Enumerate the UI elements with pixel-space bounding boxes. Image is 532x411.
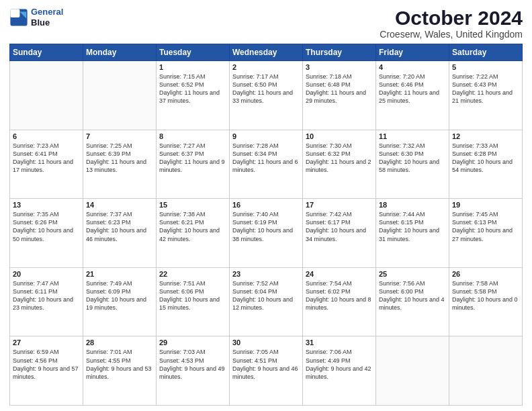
cell-daylight-info: Sunrise: 7:52 AM Sunset: 6:04 PM Dayligh… — [232, 279, 300, 312]
day-number: 12 — [452, 132, 519, 140]
cell-daylight-info: Sunrise: 7:05 AM Sunset: 4:51 PM Dayligh… — [232, 348, 300, 381]
day-number: 1 — [159, 63, 226, 71]
calendar-cell: 29Sunrise: 7:03 AM Sunset: 4:53 PM Dayli… — [157, 336, 230, 406]
cell-daylight-info: Sunrise: 7:37 AM Sunset: 6:23 PM Dayligh… — [86, 210, 153, 243]
week-row-4: 20Sunrise: 7:47 AM Sunset: 6:11 PM Dayli… — [10, 267, 523, 336]
calendar-cell: 12Sunrise: 7:33 AM Sunset: 6:28 PM Dayli… — [449, 130, 523, 199]
cell-daylight-info: Sunrise: 7:20 AM Sunset: 6:46 PM Dayligh… — [379, 73, 446, 105]
cell-daylight-info: Sunrise: 7:23 AM Sunset: 6:41 PM Dayligh… — [13, 142, 80, 175]
cell-daylight-info: Sunrise: 7:30 AM Sunset: 6:32 PM Dayligh… — [306, 142, 373, 175]
calendar-cell: 7Sunrise: 7:25 AM Sunset: 6:39 PM Daylig… — [83, 130, 157, 199]
calendar-cell: 25Sunrise: 7:56 AM Sunset: 6:00 PM Dayli… — [376, 267, 449, 336]
day-number: 10 — [306, 132, 373, 140]
calendar-cell: 8Sunrise: 7:27 AM Sunset: 6:37 PM Daylig… — [157, 130, 230, 199]
day-number: 14 — [86, 201, 153, 209]
cell-daylight-info: Sunrise: 7:42 AM Sunset: 6:17 PM Dayligh… — [306, 210, 373, 243]
calendar-cell: 3Sunrise: 7:18 AM Sunset: 6:48 PM Daylig… — [303, 61, 376, 130]
calendar-cell: 16Sunrise: 7:40 AM Sunset: 6:19 PM Dayli… — [230, 199, 303, 268]
cell-daylight-info: Sunrise: 7:22 AM Sunset: 6:43 PM Dayligh… — [452, 73, 519, 105]
day-number: 24 — [306, 270, 373, 278]
day-number: 4 — [379, 63, 446, 71]
logo-icon — [9, 8, 28, 27]
day-number: 27 — [13, 338, 80, 347]
day-number: 23 — [232, 270, 300, 278]
calendar-cell: 28Sunrise: 7:01 AM Sunset: 4:55 PM Dayli… — [83, 336, 157, 406]
day-number: 19 — [452, 201, 519, 209]
calendar-table: SundayMondayTuesdayWednesdayThursdayFrid… — [9, 44, 523, 406]
logo-line2: Blue — [31, 17, 63, 28]
calendar-cell: 4Sunrise: 7:20 AM Sunset: 6:46 PM Daylig… — [376, 61, 449, 130]
day-number: 2 — [232, 63, 300, 71]
cell-daylight-info: Sunrise: 7:33 AM Sunset: 6:28 PM Dayligh… — [452, 142, 519, 175]
day-header-friday: Friday — [376, 44, 449, 61]
cell-daylight-info: Sunrise: 7:18 AM Sunset: 6:48 PM Dayligh… — [306, 73, 373, 105]
week-row-2: 6Sunrise: 7:23 AM Sunset: 6:41 PM Daylig… — [10, 130, 523, 199]
header: General Blue October 2024 Croeserw, Wale… — [9, 7, 523, 40]
day-header-thursday: Thursday — [303, 44, 376, 61]
day-number: 7 — [86, 132, 153, 140]
day-number: 25 — [379, 270, 446, 278]
day-number: 26 — [452, 270, 519, 278]
day-number: 11 — [379, 132, 446, 140]
cell-daylight-info: Sunrise: 7:28 AM Sunset: 6:34 PM Dayligh… — [232, 142, 300, 175]
calendar-cell — [10, 61, 83, 130]
day-header-saturday: Saturday — [449, 44, 523, 61]
cell-daylight-info: Sunrise: 7:49 AM Sunset: 6:09 PM Dayligh… — [86, 279, 153, 312]
day-header-tuesday: Tuesday — [157, 44, 230, 61]
day-number: 21 — [86, 270, 153, 278]
day-number: 15 — [159, 201, 226, 209]
day-number: 8 — [159, 132, 226, 140]
calendar-cell: 17Sunrise: 7:42 AM Sunset: 6:17 PM Dayli… — [303, 199, 376, 268]
day-number: 17 — [306, 201, 373, 209]
cell-daylight-info: Sunrise: 7:32 AM Sunset: 6:30 PM Dayligh… — [379, 142, 446, 175]
cell-daylight-info: Sunrise: 7:15 AM Sunset: 6:52 PM Dayligh… — [159, 73, 226, 105]
day-header-monday: Monday — [83, 44, 157, 61]
calendar-cell: 9Sunrise: 7:28 AM Sunset: 6:34 PM Daylig… — [230, 130, 303, 199]
cell-daylight-info: Sunrise: 7:45 AM Sunset: 6:13 PM Dayligh… — [452, 210, 519, 243]
calendar-cell: 13Sunrise: 7:35 AM Sunset: 6:26 PM Dayli… — [10, 199, 83, 268]
calendar-cell: 2Sunrise: 7:17 AM Sunset: 6:50 PM Daylig… — [230, 61, 303, 130]
day-number: 28 — [86, 338, 153, 347]
calendar-cell: 22Sunrise: 7:51 AM Sunset: 6:06 PM Dayli… — [157, 267, 230, 336]
calendar-cell: 30Sunrise: 7:05 AM Sunset: 4:51 PM Dayli… — [230, 336, 303, 406]
week-row-1: 1Sunrise: 7:15 AM Sunset: 6:52 PM Daylig… — [10, 61, 523, 130]
calendar-cell: 6Sunrise: 7:23 AM Sunset: 6:41 PM Daylig… — [10, 130, 83, 199]
calendar-cell — [83, 61, 157, 130]
calendar-cell: 27Sunrise: 6:59 AM Sunset: 4:56 PM Dayli… — [10, 336, 83, 406]
cell-daylight-info: Sunrise: 7:44 AM Sunset: 6:15 PM Dayligh… — [379, 210, 446, 243]
week-row-3: 13Sunrise: 7:35 AM Sunset: 6:26 PM Dayli… — [10, 199, 523, 268]
week-row-5: 27Sunrise: 6:59 AM Sunset: 4:56 PM Dayli… — [10, 336, 523, 406]
svg-rect-2 — [10, 9, 19, 17]
calendar-cell: 14Sunrise: 7:37 AM Sunset: 6:23 PM Dayli… — [83, 199, 157, 268]
calendar-cell: 21Sunrise: 7:49 AM Sunset: 6:09 PM Dayli… — [83, 267, 157, 336]
calendar-cell: 15Sunrise: 7:38 AM Sunset: 6:21 PM Dayli… — [157, 199, 230, 268]
calendar-header-row: SundayMondayTuesdayWednesdayThursdayFrid… — [10, 44, 523, 61]
day-number: 22 — [159, 270, 226, 278]
cell-daylight-info: Sunrise: 7:27 AM Sunset: 6:37 PM Dayligh… — [159, 142, 226, 175]
calendar-cell: 10Sunrise: 7:30 AM Sunset: 6:32 PM Dayli… — [303, 130, 376, 199]
calendar-cell: 18Sunrise: 7:44 AM Sunset: 6:15 PM Dayli… — [376, 199, 449, 268]
page: General Blue October 2024 Croeserw, Wale… — [0, 0, 532, 411]
cell-daylight-info: Sunrise: 6:59 AM Sunset: 4:56 PM Dayligh… — [13, 348, 80, 381]
cell-daylight-info: Sunrise: 7:40 AM Sunset: 6:19 PM Dayligh… — [232, 210, 300, 243]
cell-daylight-info: Sunrise: 7:35 AM Sunset: 6:26 PM Dayligh… — [13, 210, 80, 243]
cell-daylight-info: Sunrise: 7:54 AM Sunset: 6:02 PM Dayligh… — [306, 279, 373, 312]
cell-daylight-info: Sunrise: 7:17 AM Sunset: 6:50 PM Dayligh… — [232, 73, 300, 105]
calendar-cell — [376, 336, 449, 406]
calendar-cell: 24Sunrise: 7:54 AM Sunset: 6:02 PM Dayli… — [303, 267, 376, 336]
cell-daylight-info: Sunrise: 7:03 AM Sunset: 4:53 PM Dayligh… — [159, 348, 226, 381]
cell-daylight-info: Sunrise: 7:25 AM Sunset: 6:39 PM Dayligh… — [86, 142, 153, 175]
day-number: 13 — [13, 201, 80, 209]
calendar-cell: 11Sunrise: 7:32 AM Sunset: 6:30 PM Dayli… — [376, 130, 449, 199]
day-number: 9 — [232, 132, 300, 140]
cell-daylight-info: Sunrise: 7:38 AM Sunset: 6:21 PM Dayligh… — [159, 210, 226, 243]
cell-daylight-info: Sunrise: 7:51 AM Sunset: 6:06 PM Dayligh… — [159, 279, 226, 312]
day-header-wednesday: Wednesday — [230, 44, 303, 61]
calendar-cell: 23Sunrise: 7:52 AM Sunset: 6:04 PM Dayli… — [230, 267, 303, 336]
logo-text: General Blue — [31, 7, 63, 28]
cell-daylight-info: Sunrise: 7:47 AM Sunset: 6:11 PM Dayligh… — [13, 279, 80, 312]
day-number: 20 — [13, 270, 80, 278]
subtitle: Croeserw, Wales, United Kingdom — [380, 29, 523, 40]
calendar-body: 1Sunrise: 7:15 AM Sunset: 6:52 PM Daylig… — [10, 61, 523, 406]
calendar-cell: 26Sunrise: 7:58 AM Sunset: 5:58 PM Dayli… — [449, 267, 523, 336]
